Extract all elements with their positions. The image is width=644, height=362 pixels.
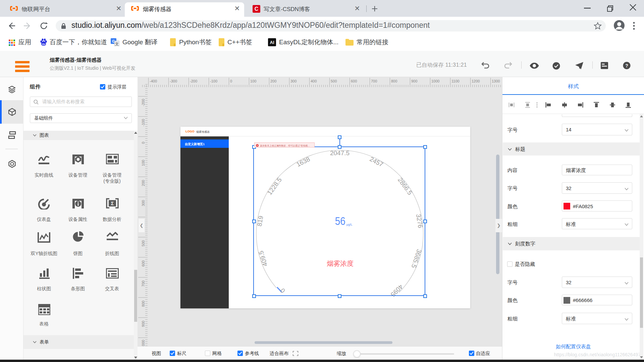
svg-text:文: 文: [115, 42, 119, 46]
svg-text:AI: AI: [270, 40, 274, 45]
svg-text:C: C: [255, 6, 259, 12]
svg-text:du: du: [42, 43, 45, 46]
svg-text:?: ?: [625, 63, 628, 68]
svg-text:Σ: Σ: [111, 201, 114, 206]
